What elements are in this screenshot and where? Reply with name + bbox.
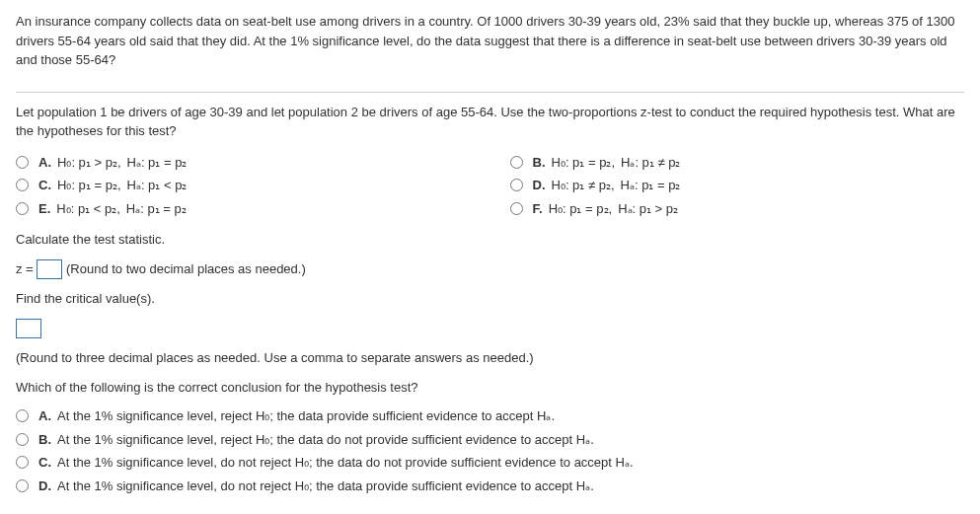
conclusion-a[interactable]: A. At the 1% significance level, reject …: [16, 406, 964, 426]
critical-input[interactable]: [16, 319, 41, 338]
option-letter: B.: [533, 153, 546, 173]
option-null: H₀: p₁ ≠ p₂,: [552, 176, 615, 195]
conclusion-b[interactable]: B. At the 1% significance level, reject …: [16, 430, 964, 450]
option-d[interactable]: D. H₀: p₁ ≠ p₂, Hₐ: p₁ = p₂: [510, 176, 965, 195]
option-text: At the 1% significance level, do not rej…: [57, 453, 634, 473]
hypothesis-options: A. H₀: p₁ > p₂, Hₐ: p₁ = p₂ B. H₀: p₁ = …: [16, 153, 964, 219]
option-c[interactable]: C. H₀: p₁ = p₂, Hₐ: p₁ < p₂: [16, 176, 471, 195]
option-f[interactable]: F. H₀: p₁ = p₂, Hₐ: p₁ > p₂: [510, 199, 965, 219]
conclusion-options: A. At the 1% significance level, reject …: [16, 406, 964, 495]
option-b[interactable]: B. H₀: p₁ = p₂, Hₐ: p₁ ≠ p₂: [510, 153, 965, 173]
option-letter: C.: [38, 453, 51, 473]
option-a[interactable]: A. H₀: p₁ > p₂, Hₐ: p₁ = p₂: [16, 153, 471, 173]
option-letter: A.: [38, 153, 51, 173]
option-null: H₀: p₁ > p₂,: [57, 153, 121, 173]
option-null: H₀: p₁ = p₂,: [549, 199, 613, 219]
radio-conc-a[interactable]: [16, 409, 29, 422]
z-hint: (Round to two decimal places as needed.): [66, 261, 306, 276]
option-null: H₀: p₁ = p₂,: [57, 176, 121, 195]
option-alt: Hₐ: p₁ = p₂: [621, 176, 681, 195]
radio-e[interactable]: [16, 202, 29, 215]
option-letter: D.: [38, 477, 51, 496]
option-alt: Hₐ: p₁ = p₂: [127, 153, 188, 173]
radio-conc-d[interactable]: [16, 479, 29, 492]
radio-b[interactable]: [510, 156, 523, 169]
calc-heading: Calculate the test statistic.: [16, 230, 964, 250]
radio-a[interactable]: [16, 156, 29, 169]
option-text: At the 1% significance level, reject H₀;…: [57, 430, 594, 450]
z-input[interactable]: [37, 259, 62, 279]
radio-d[interactable]: [510, 179, 523, 191]
option-text: At the 1% significance level, reject H₀;…: [57, 406, 555, 426]
conclusion-c[interactable]: C. At the 1% significance level, do not …: [16, 453, 964, 473]
problem-setup: An insurance company collects data on se…: [16, 12, 964, 70]
option-alt: Hₐ: p₁ = p₂: [126, 199, 187, 219]
radio-conc-c[interactable]: [16, 456, 29, 469]
option-letter: D.: [533, 176, 546, 195]
option-letter: C.: [38, 176, 51, 195]
option-alt: Hₐ: p₁ > p₂: [618, 199, 678, 219]
option-letter: A.: [38, 406, 51, 426]
option-alt: Hₐ: p₁ ≠ p₂: [621, 153, 680, 173]
conclusion-prompt: Which of the following is the correct co…: [16, 378, 964, 398]
option-letter: E.: [38, 199, 50, 219]
option-e[interactable]: E. H₀: p₁ < p₂, Hₐ: p₁ = p₂: [16, 199, 471, 219]
option-null: H₀: p₁ < p₂,: [56, 199, 120, 219]
option-letter: B.: [38, 430, 51, 450]
critical-heading: Find the critical value(s).: [16, 289, 964, 309]
hypothesis-prompt: Let population 1 be drivers of age 30-39…: [16, 103, 964, 141]
radio-c[interactable]: [16, 179, 29, 191]
option-alt: Hₐ: p₁ < p₂: [127, 176, 188, 195]
option-null: H₀: p₁ = p₂,: [552, 153, 616, 173]
z-label: z =: [16, 261, 34, 276]
radio-conc-b[interactable]: [16, 433, 29, 446]
option-text: At the 1% significance level, do not rej…: [57, 477, 594, 496]
critical-hint: (Round to three decimal places as needed…: [16, 348, 964, 368]
radio-f[interactable]: [510, 202, 523, 215]
conclusion-d[interactable]: D. At the 1% significance level, do not …: [16, 477, 964, 496]
option-letter: F.: [533, 199, 543, 219]
